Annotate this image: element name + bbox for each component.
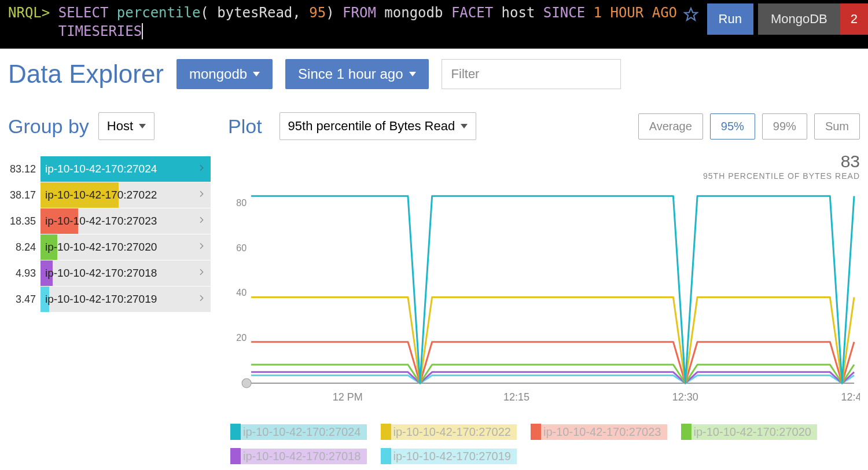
svg-text:20: 20 [236,333,247,343]
favorite-icon[interactable] [679,3,703,22]
group-by-dropdown[interactable]: Host [98,112,155,140]
chart: 83 95TH PERCENTILE OF BYTES READ 2040608… [228,152,860,418]
legend-item[interactable]: ip-10-10-42-170:27019 [381,448,517,464]
legend-item[interactable]: ip-10-10-42-170:27023 [531,424,667,440]
legend-item[interactable]: ip-10-10-42-170:27022 [381,424,517,440]
chart-headline-label: 95TH PERCENTILE OF BYTES READ [703,171,860,181]
svg-point-6 [242,379,251,388]
run-button[interactable]: Run [707,3,753,35]
chart-legend: ip-10-10-42-170:27024ip-10-10-42-170:270… [228,424,860,464]
chevron-right-icon [197,267,206,279]
caret-down-icon [253,72,260,76]
host-bar[interactable]: ip-10-10-42-170:27023 [41,208,211,234]
host-value: 4.93 [8,267,36,280]
plot-metric-dropdown[interactable]: 95th percentile of Bytes Read [279,112,477,140]
chevron-right-icon [197,189,206,201]
host-row[interactable]: 8.24 ip-10-10-42-170:27020 [8,234,211,260]
header-row: Data Explorer mongodb Since 1 hour ago [8,59,860,89]
svg-text:80: 80 [236,198,247,208]
filter-input[interactable] [442,59,621,89]
svg-text:12 PM: 12 PM [333,391,363,403]
host-value: 18.35 [8,215,36,227]
svg-marker-0 [685,8,697,20]
host-name: ip-10-10-42-170:27019 [45,293,157,306]
agg-button-99pct[interactable]: 99% [762,113,807,139]
nrql-bar: NRQL> SELECT percentile( bytesRead, 95) … [0,0,868,49]
nrql-query[interactable]: NRQL> SELECT percentile( bytesRead, 95) … [0,3,679,41]
host-bar[interactable]: ip-10-10-42-170:27024 [41,156,211,182]
time-range-dropdown[interactable]: Since 1 hour ago [285,59,428,89]
host-row[interactable]: 83.12 ip-10-10-42-170:27024 [8,156,211,182]
app-badge[interactable]: 2 [840,3,868,35]
host-row[interactable]: 4.93 ip-10-10-42-170:27018 [8,260,211,287]
host-value: 83.12 [8,163,36,175]
chevron-right-icon [197,163,206,175]
host-name: ip-10-10-42-170:27022 [45,189,157,201]
svg-text:40: 40 [236,288,247,298]
legend-item[interactable]: ip-10-10-42-170:27018 [230,448,367,464]
host-row[interactable]: 3.47 ip-10-10-42-170:27019 [8,287,211,313]
nrql-line2: TIMESERIES [58,23,142,39]
host-name: ip-10-10-42-170:27023 [45,215,157,227]
host-bar[interactable]: ip-10-10-42-170:27018 [41,260,211,287]
svg-text:60: 60 [236,243,247,253]
plot-label: Plot [228,115,262,138]
event-type-dropdown[interactable]: mongodb [176,59,273,89]
host-bar[interactable]: ip-10-10-42-170:27022 [41,182,211,208]
host-value: 3.47 [8,293,36,306]
host-value: 38.17 [8,189,36,201]
host-name: ip-10-10-42-170:27024 [45,163,157,175]
host-name: ip-10-10-42-170:27018 [45,267,157,280]
caret-down-icon [461,124,468,128]
chevron-right-icon [197,293,206,305]
agg-button-average[interactable]: Average [638,113,703,139]
caret-down-icon [139,124,146,128]
group-by-label: Group by [8,115,89,138]
agg-button-95pct[interactable]: 95% [710,113,755,139]
host-bar[interactable]: ip-10-10-42-170:27019 [41,287,211,313]
svg-text:12:15: 12:15 [503,391,529,403]
host-row[interactable]: 38.17 ip-10-10-42-170:27022 [8,182,211,208]
host-row[interactable]: 18.35 ip-10-10-42-170:27023 [8,208,211,234]
chart-headline-value: 83 [703,152,860,171]
caret-down-icon [409,72,416,76]
chevron-right-icon [197,215,206,227]
host-value: 8.24 [8,241,36,254]
host-list: 83.12 ip-10-10-42-170:27024 38.17 ip-10-… [8,156,211,313]
legend-item[interactable]: ip-10-10-42-170:27020 [681,424,818,440]
aggregation-buttons: Average95%99%Sum [638,113,860,139]
svg-text:12:30: 12:30 [672,391,698,403]
chevron-right-icon [197,241,206,253]
nrql-prompt: NRQL> [8,5,50,21]
legend-item[interactable]: ip-10-10-42-170:27024 [230,424,367,440]
agg-button-sum[interactable]: Sum [814,113,860,139]
host-name: ip-10-10-42-170:27020 [45,241,157,254]
host-bar[interactable]: ip-10-10-42-170:27020 [41,234,211,260]
line-chart[interactable]: 2040608012 PM12:1512:3012:45 [228,152,860,406]
app-tab[interactable]: MongoDB [758,3,840,35]
page-title: Data Explorer [8,60,164,89]
svg-text:12:45: 12:45 [841,391,860,403]
